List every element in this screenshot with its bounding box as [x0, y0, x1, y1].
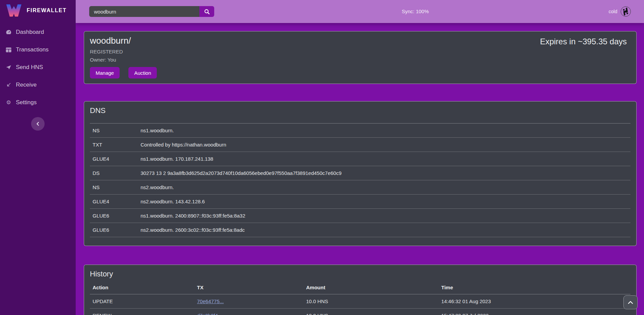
history-card: History Action TX Amount Time UPDATE 70e…	[84, 265, 637, 315]
wallet-selector[interactable]: cold	[609, 0, 631, 23]
receive-arrow-icon	[5, 83, 12, 87]
firewallet-app: { "brand": { "name": "FIREWALLET" }, "si…	[0, 0, 644, 315]
search-button[interactable]	[199, 6, 214, 17]
brand[interactable]: FIREWALLET	[0, 0, 76, 20]
history-action: UPDATE	[90, 298, 194, 304]
dns-record-row: GLUE4 ns1.woodburn. 170.187.241.138	[90, 152, 630, 166]
sidebar-item-label: Transactions	[16, 46, 49, 53]
dns-record-type: GLUE4	[90, 199, 141, 204]
dns-record-row: NS ns2.woodburn.	[90, 180, 630, 195]
dns-record-value: ns1.woodburn.	[141, 128, 630, 133]
sidebar-item-settings[interactable]: ⚙ Settings	[0, 94, 76, 111]
domain-status: REGISTERED	[90, 49, 630, 54]
send-icon	[5, 65, 12, 70]
column-header-tx: TX	[194, 285, 303, 290]
dns-table: NS ns1.woodburn. TXT Controlled by https…	[90, 123, 630, 237]
dns-record-type: NS	[90, 184, 141, 190]
sidebar: FIREWALLET Dashboard Transactions	[0, 0, 76, 315]
gauge-icon	[5, 29, 12, 35]
sidebar-item-label: Dashboard	[16, 29, 44, 36]
history-table: Action TX Amount Time UPDATE 70e64775...…	[90, 280, 630, 315]
history-amount: 10.0 HNS	[303, 313, 439, 315]
sidebar-item-receive[interactable]: Receive	[0, 76, 76, 94]
dns-record-row: TXT Controlled by https://nathan.woodbur…	[90, 138, 630, 152]
tx-link[interactable]: d7c3b2f4...	[197, 313, 222, 315]
column-header-amount: Amount	[303, 285, 439, 290]
dns-record-type: NS	[90, 128, 141, 133]
history-amount: 10.0 HNS	[303, 298, 439, 304]
dns-record-value: ns2.woodburn.	[141, 184, 630, 190]
dns-record-type: GLUE6	[90, 227, 141, 233]
dns-record-type: GLUE6	[90, 213, 141, 219]
sidebar-item-dashboard[interactable]: Dashboard	[0, 23, 76, 41]
dns-record-type: GLUE4	[90, 156, 141, 162]
domain-card: woodburn/ REGISTERED Owner: You Manage A…	[84, 31, 637, 84]
history-title: History	[90, 270, 630, 278]
auction-button[interactable]: Auction	[128, 67, 157, 78]
dns-record-type: TXT	[90, 142, 141, 148]
manage-button[interactable]: Manage	[90, 67, 120, 78]
tx-link[interactable]: 70e64775...	[197, 298, 224, 304]
dns-record-type: DS	[90, 170, 141, 176]
sidebar-item-label: Receive	[16, 82, 36, 88]
scroll-to-top-button[interactable]	[623, 295, 638, 309]
sidebar-nav: Dashboard Transactions Send HNS	[0, 23, 76, 111]
sidebar-item-send-hns[interactable]: Send HNS	[0, 59, 76, 76]
history-time: 14:46:32 01 Aug 2023	[439, 298, 630, 304]
dns-title: DNS	[90, 106, 630, 115]
brand-name: FIREWALLET	[27, 7, 67, 14]
chevron-up-icon	[628, 301, 633, 304]
sidebar-item-label: Settings	[16, 99, 36, 106]
dns-record-row: GLUE4 ns2.woodburn. 143.42.128.6	[90, 195, 630, 209]
history-tx-cell: d7c3b2f4...	[194, 313, 303, 315]
dns-record-value: ns1.woodburn. 2400:8907::f03c:93ff:fe5a:…	[141, 213, 630, 219]
dns-record-row: GLUE6 ns2.woodburn. 2600:3c02::f03c:93ff…	[90, 223, 630, 237]
history-time: 15:47:30 07 Jul 2023	[439, 313, 630, 315]
dns-record-row: NS ns1.woodburn.	[90, 123, 630, 138]
domain-owner: Owner: You	[90, 57, 630, 63]
column-header-time: Time	[439, 285, 630, 290]
dns-record-row: DS 30273 13 2 9a3a8fb3d625d2a2073d740f10…	[90, 166, 630, 180]
history-row: UPDATE 70e64775... 10.0 HNS 14:46:32 01 …	[90, 294, 630, 309]
dns-record-value: ns2.woodburn. 2600:3c02::f03c:93ff:fe5a:…	[141, 227, 630, 233]
dns-record-value: Controlled by https://nathan.woodburn	[141, 142, 630, 148]
column-header-action: Action	[90, 285, 194, 290]
search-input[interactable]	[89, 6, 199, 17]
dns-record-value: ns1.woodburn. 170.187.241.138	[141, 156, 630, 162]
dns-record-value: 30273 13 2 9a3a8fb3d625d2a2073d740f10da6…	[141, 170, 630, 176]
history-action: RENEW	[90, 313, 194, 315]
search-bar	[89, 6, 214, 17]
dns-record-row: GLUE6 ns1.woodburn. 2400:8907::f03c:93ff…	[90, 209, 630, 223]
search-icon	[204, 9, 210, 15]
history-row: RENEW d7c3b2f4... 10.0 HNS 15:47:30 07 J…	[90, 309, 630, 315]
sidebar-collapse-button[interactable]	[31, 117, 45, 131]
history-table-header: Action TX Amount Time	[90, 280, 630, 294]
dns-card: DNS NS ns1.woodburn. TXT Controlled by h…	[84, 101, 637, 246]
topbar: Sync: 100% cold	[76, 0, 644, 23]
table-icon	[5, 47, 12, 52]
dns-record-value: ns2.woodburn. 143.42.128.6	[141, 199, 630, 204]
history-tx-cell: 70e64775...	[194, 298, 303, 304]
gear-icon: ⚙	[5, 100, 12, 105]
firewallet-logo-icon	[5, 4, 22, 17]
handshake-logo-icon	[620, 6, 631, 17]
sidebar-item-label: Send HNS	[16, 64, 43, 71]
sync-status: Sync: 100%	[402, 0, 429, 23]
expiry-label: Expires in ~395.35 days	[540, 37, 627, 46]
sidebar-item-transactions[interactable]: Transactions	[0, 41, 76, 59]
wallet-name: cold	[609, 9, 617, 14]
domain-actions: Manage Auction	[90, 67, 630, 78]
chevron-left-icon	[36, 121, 40, 126]
